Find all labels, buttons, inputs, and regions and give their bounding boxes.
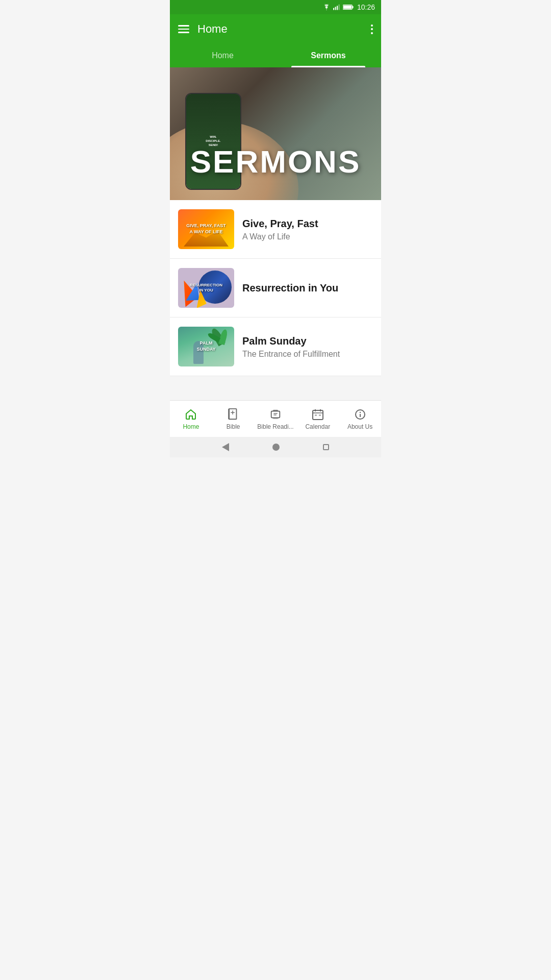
sermon-thumb-gpf: GIVE, PRAY, FASTA WAY OF LIFE <box>178 209 234 249</box>
system-nav-bar <box>170 437 381 457</box>
svg-rect-11 <box>271 411 280 418</box>
sermon-thumb-riy: RESURRECTIONIN YOU <box>178 268 234 308</box>
bible-icon <box>227 408 240 421</box>
sermon-info-gpf: Give, Pray, Fast A Way of Life <box>242 217 373 241</box>
status-bar: 10:26 <box>170 0 381 14</box>
sermon-item-give-pray-fast[interactable]: GIVE, PRAY, FASTA WAY OF LIFE Give, Pray… <box>170 200 381 259</box>
nav-item-bible-reading[interactable]: Bible Readi... <box>255 401 297 437</box>
sermon-title-gpf: Give, Pray, Fast <box>242 217 373 230</box>
svg-rect-19 <box>319 414 321 416</box>
svg-rect-6 <box>343 6 352 9</box>
header-title: Home <box>197 22 371 36</box>
nav-item-home[interactable]: Home <box>170 401 212 437</box>
nav-label-calendar: Calendar <box>305 423 330 430</box>
svg-rect-5 <box>352 6 353 8</box>
status-icons <box>322 4 354 10</box>
bottom-nav: Home Bible Bible Readi... <box>170 400 381 437</box>
nav-label-about-us: About Us <box>347 423 372 430</box>
system-back-button[interactable] <box>222 443 229 451</box>
calendar-icon <box>311 408 324 421</box>
more-options-button[interactable] <box>371 24 373 34</box>
hero-title: SERMONS <box>170 143 381 180</box>
svg-rect-1 <box>335 7 336 10</box>
sermon-item-palm-sunday[interactable]: PALMSUNDAY Palm Sunday The Entrance of F… <box>170 317 381 376</box>
sermon-thumb-ps: PALMSUNDAY <box>178 327 234 366</box>
svg-rect-14 <box>313 410 323 420</box>
sermon-list: GIVE, PRAY, FASTA WAY OF LIFE Give, Pray… <box>170 200 381 376</box>
wifi-icon <box>322 4 331 10</box>
home-icon <box>184 408 197 421</box>
sermon-subtitle-ps: The Entrance of Fulfillment <box>242 350 373 359</box>
tab-sermons[interactable]: Sermons <box>276 44 381 67</box>
hero-banner: WIN.DISCIPLE.SEND! SERMONS <box>170 67 381 200</box>
svg-rect-2 <box>337 6 338 10</box>
signal-icon <box>333 4 340 10</box>
nav-item-bible[interactable]: Bible <box>212 401 255 437</box>
system-home-button[interactable] <box>272 444 280 451</box>
sermon-item-resurrection[interactable]: RESURRECTIONIN YOU Resurrection in You <box>170 259 381 317</box>
svg-rect-18 <box>315 414 317 416</box>
sermon-subtitle-gpf: A Way of Life <box>242 232 373 241</box>
nav-label-bible: Bible <box>227 423 240 430</box>
battery-icon <box>343 4 354 10</box>
info-icon <box>354 408 367 421</box>
tab-bar: Home Sermons <box>170 44 381 67</box>
tab-home[interactable]: Home <box>170 44 276 67</box>
app-header: Home <box>170 14 381 44</box>
system-recents-button[interactable] <box>323 444 329 450</box>
sermon-title-riy: Resurrection in You <box>242 281 373 295</box>
sermon-title-ps: Palm Sunday <box>242 334 373 348</box>
svg-point-22 <box>359 411 360 412</box>
hamburger-menu-button[interactable] <box>178 25 189 33</box>
clock: 10:26 <box>357 3 375 11</box>
nav-label-home: Home <box>183 423 199 430</box>
nav-item-calendar[interactable]: Calendar <box>296 401 339 437</box>
bible-reading-icon <box>269 408 282 421</box>
svg-rect-3 <box>338 4 339 10</box>
svg-rect-0 <box>333 8 334 10</box>
sermon-info-riy: Resurrection in You <box>242 281 373 295</box>
nav-label-bible-reading: Bible Readi... <box>257 423 293 430</box>
nav-item-about-us[interactable]: About Us <box>339 401 381 437</box>
sermon-info-ps: Palm Sunday The Entrance of Fulfillment <box>242 334 373 359</box>
